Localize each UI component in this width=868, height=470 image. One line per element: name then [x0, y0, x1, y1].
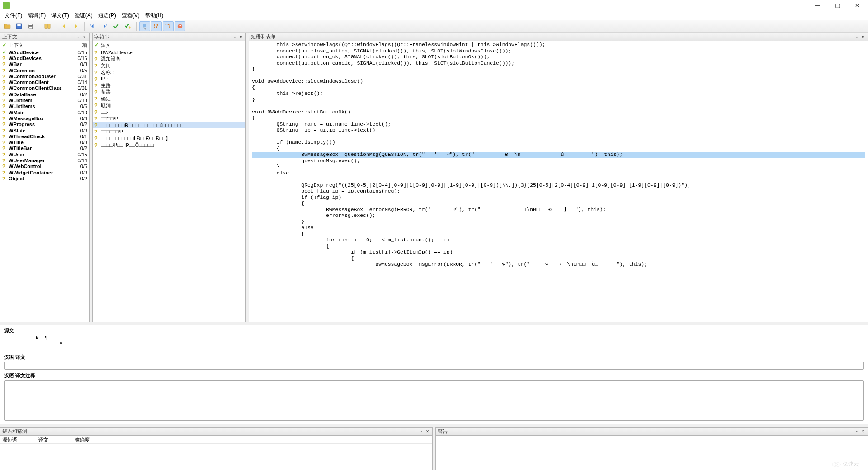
context-row[interactable]: ?WWidgetContainer0/9 [0, 169, 89, 175]
app-icon [3, 2, 10, 9]
maximize-button[interactable]: ▢ [827, 0, 847, 11]
context-row[interactable]: ?WBar0/3 [0, 61, 89, 67]
close-icon[interactable]: ✕ [238, 34, 244, 40]
main-area: 上下文 ▫✕ ✓ 上下文 项 ✓WAddDevice0/15?WAddDevic… [0, 33, 868, 470]
source-code-view[interactable]: this->setWindowFlags((Qt::WindowFlags)(Q… [249, 41, 868, 322]
string-row[interactable]: ?IP： [93, 75, 245, 82]
string-row[interactable]: ?备路 [93, 89, 245, 96]
close-icon[interactable]: ✕ [425, 429, 430, 434]
float-icon[interactable]: ▫ [854, 34, 859, 40]
context-row[interactable]: ?WTitleBar0/2 [0, 146, 89, 151]
menu-edit[interactable]: 编辑(E) [25, 11, 48, 20]
svg-point-11 [179, 25, 179, 26]
close-icon[interactable]: ✕ [860, 34, 866, 40]
svg-rect-4 [29, 27, 33, 29]
string-row[interactable]: ?取消 [93, 102, 245, 109]
next-button[interactable] [71, 21, 81, 31]
float-icon[interactable]: ▫ [232, 34, 237, 40]
menu-help[interactable]: 帮助(H) [142, 11, 166, 20]
close-icon[interactable]: ✕ [860, 429, 866, 434]
string-row[interactable]: ?添加设备 [93, 56, 245, 63]
context-row[interactable]: ?Object0/2 [0, 175, 89, 181]
context-row[interactable]: ?WCommon0/5 [0, 67, 89, 73]
validate-punctuation-button[interactable]: !? [151, 21, 162, 31]
string-row[interactable]: ?□□'□□Ψ [93, 115, 245, 122]
phrases-guess-panel: 短语和猜测 ▫✕ 源短语 译文 准确度 [0, 427, 433, 470]
string-row[interactable]: ?□□□□□□Ψ [93, 128, 245, 135]
validate-accelerators-button[interactable] [139, 21, 150, 31]
minimize-button[interactable]: — [807, 0, 827, 11]
string-row[interactable]: ?□□· [93, 108, 245, 115]
warnings-list[interactable] [436, 436, 868, 470]
context-row[interactable]: ?WCommonAddUser0/31 [0, 73, 89, 79]
svg-text:"?: "? [165, 23, 170, 28]
prev-unfinished-button[interactable]: ? [87, 21, 98, 31]
mark-done-next-button[interactable] [123, 21, 133, 31]
string-row[interactable]: ?确定 [93, 95, 245, 102]
save-button[interactable] [14, 21, 24, 31]
menubar: 文件(F) 编辑(E) 译文(T) 验证(A) 短语(P) 查看(V) 帮助(H… [0, 11, 868, 20]
context-row[interactable]: ?WWebControl0/5 [0, 164, 89, 169]
translation-input[interactable] [4, 362, 864, 370]
translation-label: 汉语 译文 [4, 354, 864, 361]
strings-list[interactable]: ?BWAddDevice?添加设备?关闭?名称：?IP：?主路?备路?确定?取消… [93, 49, 245, 322]
open-button[interactable] [2, 21, 13, 31]
context-row[interactable]: ?WMain0/10 [0, 109, 89, 115]
string-row[interactable]: ?□□□□Ψ□□ IP□□Č□□□□□ [93, 141, 245, 148]
string-row[interactable]: ?BWAddDevice [93, 49, 245, 56]
context-header: ✓ 上下文 项 [0, 41, 89, 49]
context-row[interactable]: ?WDataBase0/2 [0, 91, 89, 97]
string-row[interactable]: ?□□□□□□□□□□□I Đ□□Đ□□Đ□□】 [93, 135, 245, 142]
context-row[interactable]: ?WProgress0/2 [0, 122, 89, 127]
string-row[interactable]: ?关闭 [93, 62, 245, 69]
string-row[interactable]: ?主路 [93, 82, 245, 89]
prev-button[interactable] [59, 21, 70, 31]
close-icon[interactable]: ✕ [82, 34, 87, 40]
float-icon[interactable]: ▫ [75, 34, 81, 40]
context-row[interactable]: ?WThreadCheck0/1 [0, 133, 89, 139]
context-row[interactable]: ?WUser0/15 [0, 151, 89, 157]
menu-file[interactable]: 文件(F) [2, 11, 25, 20]
float-icon[interactable]: ▫ [854, 429, 859, 434]
context-list[interactable]: ✓WAddDevice0/15?WAddDevices0/16?WBar0/3?… [0, 49, 89, 322]
translator-notes-input[interactable] [4, 380, 864, 421]
context-row[interactable]: ?WMessageBox0/4 [0, 115, 89, 121]
menu-phrases[interactable]: 短语(P) [95, 11, 119, 20]
svg-point-10 [178, 24, 183, 28]
context-row[interactable]: ?WState0/9 [0, 127, 89, 133]
svg-text:!?: !? [154, 23, 158, 28]
sourceforms-panel: 短语和表单 ▫✕ this->setWindowFlags((Qt::Windo… [249, 33, 868, 322]
app-root: { "menu": ["文件(F)","编辑(E)","译文(T)","验证(A… [0, 0, 868, 470]
context-row[interactable]: ✓WAddDevice0/15 [0, 49, 89, 55]
print-button[interactable] [25, 21, 36, 31]
svg-text:?: ? [90, 23, 91, 26]
context-row[interactable]: ?WUserManager0/14 [0, 157, 89, 163]
translation-panel: 源文 Đ ¶ ú 汉语 译文 汉语 译文注释 [0, 325, 868, 424]
bottom-row: 短语和猜测 ▫✕ 源短语 译文 准确度 警告 ▫✕ [0, 427, 868, 470]
source-text-label: 源文 [4, 327, 864, 334]
validate-phrases-button[interactable]: "? [163, 21, 174, 31]
context-row[interactable]: ?WTitle0/3 [0, 139, 89, 145]
menu-translation[interactable]: 译文(T) [48, 11, 71, 20]
mark-done-button[interactable] [111, 21, 122, 31]
sourceforms-panel-title: 短语和表单 [251, 33, 276, 40]
next-unfinished-button[interactable]: ? [99, 21, 110, 31]
close-button[interactable]: ✕ [847, 0, 867, 11]
phrasebook-button[interactable] [42, 21, 53, 31]
float-icon[interactable]: ▫ [419, 429, 424, 434]
context-row[interactable]: ?WCommonClientClass0/31 [0, 85, 89, 91]
translator-notes-label: 汉语 译文注释 [4, 372, 864, 379]
menu-view[interactable]: 查看(V) [119, 11, 142, 20]
guess-list[interactable] [0, 444, 432, 470]
context-row[interactable]: ?WListItem0/18 [0, 97, 89, 103]
context-row[interactable]: ?WAddDevices0/16 [0, 55, 89, 61]
context-row[interactable]: ?WListItems0/6 [0, 103, 89, 109]
context-row[interactable]: ?WCommonClient0/14 [0, 79, 89, 85]
phrases-guess-title: 短语和猜测 [2, 428, 27, 435]
string-row[interactable]: ?□□□□□□□□Đ □□□□□□□□□□ú□□□□□□ [93, 122, 245, 129]
string-row[interactable]: ?名称： [93, 69, 245, 76]
context-panel: 上下文 ▫✕ ✓ 上下文 项 ✓WAddDevice0/15?WAddDevic… [0, 33, 90, 322]
validate-placemarker-button[interactable] [175, 21, 185, 31]
menu-validate[interactable]: 验证(A) [72, 11, 95, 20]
strings-header[interactable]: 源文 [99, 41, 245, 49]
